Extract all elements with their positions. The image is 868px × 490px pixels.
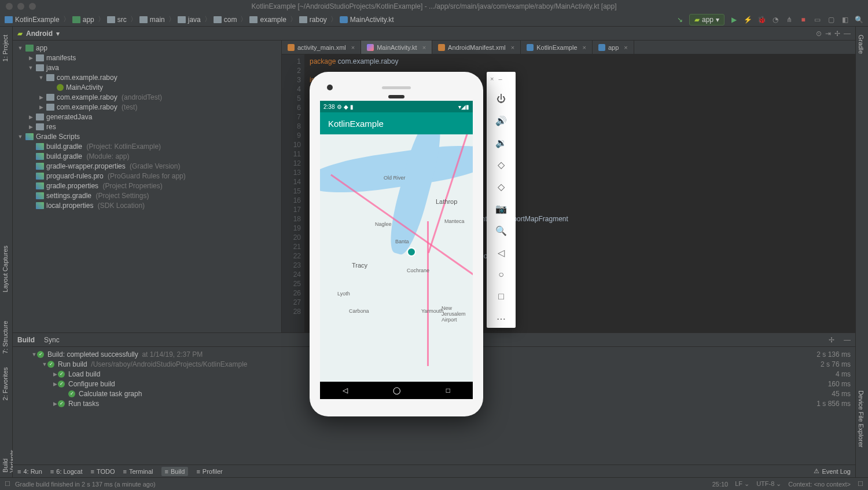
build-tab-sync[interactable]: Sync [44,336,60,344]
bottom-tab-profiler[interactable]: ≡ Profiler [196,468,222,475]
editor-tab[interactable]: KotlinExample× [521,41,593,54]
project-view-selector[interactable]: Android [26,30,53,38]
window-controls[interactable] [0,3,36,10]
crumb-module[interactable]: app [72,16,94,24]
volume-down-icon[interactable]: 🔉 [495,137,507,149]
attach-debugger-icon[interactable]: ⋔ [785,15,794,24]
project-tree[interactable]: ▼app▶manifests▼java▼com.example.raboyMai… [13,41,282,332]
tree-item[interactable]: ▶com.example.raboy (test) [13,102,281,112]
tree-item[interactable]: ▼Gradle Scripts [13,131,281,141]
run-config-selector[interactable]: ▰ app ▾ [689,14,724,25]
crumb-com[interactable]: com [214,16,237,24]
crumb-file[interactable]: MainActivity.kt [340,16,394,24]
tree-item[interactable]: gradle-wrapper.properties (Gradle Versio… [13,161,281,171]
tree-item[interactable]: ▼java [13,63,281,72]
editor-tab[interactable]: MainActivity.kt× [361,41,432,54]
debug-icon[interactable]: 🐞 [757,15,766,24]
tool-tab-layout-captures[interactable]: Layout Captures [0,241,10,297]
tree-item[interactable]: build.gradle (Module: app) [13,151,281,161]
line-separator[interactable]: LF ⌄ [735,480,749,488]
crumb-raboy[interactable]: raboy [299,16,327,24]
tree-item[interactable]: ▶res [13,122,281,131]
close-icon[interactable]: × [624,44,627,51]
tree-item[interactable]: ▼app [13,43,281,53]
close-icon[interactable]: × [490,75,494,83]
emulator-window[interactable]: 2:38 ⚙ ◆ ▮ ▾ ◢ ▮ KotlinExample Old River… [310,72,516,416]
editor-tab[interactable]: app× [593,41,634,54]
tree-item[interactable]: gradle.properties (Project Properties) [13,181,281,191]
tool-tab-device-file-explorer[interactable]: Device File Explorer [856,386,866,452]
zoom-icon[interactable]: 🔍 [495,225,507,236]
home-icon[interactable]: ◯ [393,386,400,394]
crumb-main[interactable]: main [139,16,165,24]
zoom-dot[interactable] [29,3,36,10]
crumb-java[interactable]: java [178,16,201,24]
bottom-tab----logcat[interactable]: ≡ 6: Logcat [50,468,83,475]
hide-icon[interactable]: — [844,30,851,38]
context[interactable]: Context: <no context> [788,481,851,488]
gear-icon[interactable]: ✢ [829,336,834,344]
map-view[interactable]: Old RiverLathropMantecaNagleeBantaTracyC… [320,134,473,382]
editor-tab[interactable]: activity_main.xml× [282,41,361,54]
tree-item[interactable]: build.gradle (Project: KotlinExample) [13,141,281,151]
run-icon[interactable]: ▶ [729,15,738,24]
crumb-src[interactable]: src [107,16,127,24]
android-navbar[interactable]: ◁ ◯ □ [320,382,473,399]
minimize-icon[interactable]: – [498,75,502,83]
search-icon[interactable]: 🔍 [854,15,863,24]
apply-changes-icon[interactable]: ⚡ [743,15,752,24]
build-tab-build[interactable]: Build [17,336,35,344]
tool-tab----project[interactable]: 1: Project [0,30,10,66]
phone-screen[interactable]: 2:38 ⚙ ◆ ▮ ▾ ◢ ▮ KotlinExample Old River… [320,101,473,399]
event-log-tab[interactable]: ⚠ Event Log [814,467,851,475]
volume-up-icon[interactable]: 🔊 [495,115,507,127]
bottom-tab-terminal[interactable]: ≡ Terminal [123,468,153,475]
more-icon[interactable]: ⋯ [495,313,507,324]
encoding[interactable]: UTF-8 ⌄ [756,480,781,488]
overview-icon[interactable]: □ [495,291,507,302]
recents-icon[interactable]: □ [446,386,450,394]
back-icon[interactable]: ◁ [495,247,507,258]
rotate-right-icon[interactable]: ◇ [495,181,507,192]
bottom-tab-todo[interactable]: ≡ TODO [91,468,115,475]
lock-icon[interactable]: ☐ [5,480,10,488]
bottom-tab----run[interactable]: ≡ 4: Run [17,468,42,475]
rotate-left-icon[interactable]: ◇ [495,159,507,171]
avd-icon[interactable]: ▭ [812,15,822,24]
back-icon[interactable]: ◁ [343,386,348,394]
tool-tab----favorites[interactable]: 2: Favorites [0,363,10,405]
power-icon[interactable]: ⏻ [495,93,507,105]
close-icon[interactable]: × [422,44,426,51]
inspection-indicator[interactable]: ☐ [858,480,863,488]
tree-item[interactable]: MainActivity [13,82,281,92]
editor-tab[interactable]: AndroidManifest.xml× [432,41,521,54]
gear-icon[interactable]: ✢ [834,30,840,38]
tree-item[interactable]: ▶com.example.raboy (androidTest) [13,92,281,102]
chevron-down-icon[interactable]: ▾ [56,30,60,38]
stop-icon[interactable]: ■ [799,15,808,24]
target-icon[interactable]: ⊙ [816,30,822,38]
tree-item[interactable]: ▶generatedJava [13,112,281,122]
tree-item[interactable]: ▶manifests [13,53,281,63]
tool-tab----structure[interactable]: 7: Structure [0,316,10,359]
close-icon[interactable]: × [351,44,355,51]
tree-item[interactable]: proguard-rules.pro (ProGuard Rules for a… [13,171,281,181]
close-icon[interactable]: × [583,44,586,51]
bottom-tab-build[interactable]: ≡ Build [161,467,189,476]
sdk-icon[interactable]: ▢ [826,15,836,24]
collapse-icon[interactable]: ⇥ [825,30,831,38]
close-icon[interactable]: × [511,44,514,51]
close-dot[interactable] [6,3,13,10]
hide-icon[interactable]: — [844,336,851,344]
crumb-example[interactable]: example [249,16,286,24]
sync-icon[interactable]: ↘ [675,15,685,24]
tree-item[interactable]: local.properties (SDK Location) [13,200,281,210]
tool-tab-gradle[interactable]: Gradle [856,30,866,58]
caret-position[interactable]: 25:10 [712,481,729,488]
layout-inspector-icon[interactable]: ◧ [840,15,849,24]
minimize-dot[interactable] [17,3,24,10]
home-icon[interactable]: ○ [495,269,507,280]
crumb-project[interactable]: KotlinExample [5,16,60,24]
profile-icon[interactable]: ◔ [771,15,780,24]
tree-item[interactable]: settings.gradle (Project Settings) [13,191,281,200]
